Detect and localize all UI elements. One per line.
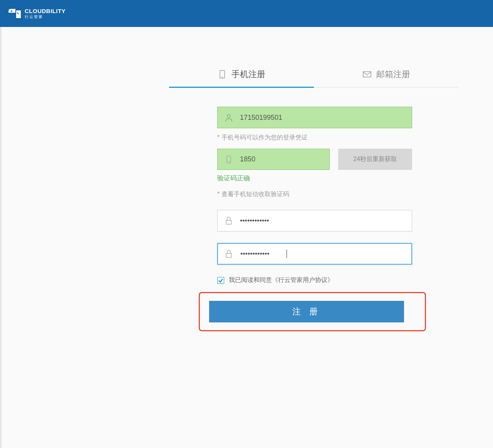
logo: CLOUDBILITY 行云管家 <box>8 8 65 19</box>
user-icon <box>224 113 233 122</box>
phone-input-wrapper <box>217 107 412 128</box>
code-hint: * 查看手机短信收取验证码 <box>217 190 412 198</box>
main-content: 手机注册 邮箱注册 * 手机号码可以作为您的登录凭证 <box>0 27 493 448</box>
tab-phone-register[interactable]: 手机注册 <box>169 62 314 87</box>
phone-input[interactable] <box>217 107 412 128</box>
agreement-prefix: 我已阅读和同意 <box>229 277 272 283</box>
agreement-text: 我已阅读和同意《行云管家用户协议》 <box>229 276 334 284</box>
agreement-link[interactable]: 《行云管家用户协议》 <box>272 277 334 283</box>
cloudbility-logo-icon <box>8 8 22 19</box>
phone-hint: * 手机号码可以作为您的登录凭证 <box>217 134 412 142</box>
verification-code-row: 24秒后重新获取 <box>217 149 412 170</box>
check-icon <box>218 278 223 283</box>
tab-phone-label: 手机注册 <box>231 69 265 80</box>
svg-point-0 <box>11 10 12 12</box>
password-confirm-input[interactable] <box>217 243 412 265</box>
password-input-wrapper <box>217 210 412 232</box>
tab-email-register[interactable]: 邮箱注册 <box>314 62 459 87</box>
password-input[interactable] <box>217 210 412 232</box>
text-cursor <box>287 250 287 258</box>
svg-rect-8 <box>226 253 231 257</box>
phone-icon <box>218 70 227 79</box>
svg-point-4 <box>227 114 230 117</box>
svg-rect-7 <box>226 220 231 224</box>
password-confirm-wrapper <box>217 243 412 265</box>
lock-icon <box>224 216 233 225</box>
svg-rect-3 <box>363 72 371 77</box>
resend-code-button[interactable]: 24秒后重新获取 <box>338 149 412 170</box>
agreement-row: 我已阅读和同意《行云管家用户协议》 <box>217 276 412 284</box>
phone-small-icon <box>224 155 233 164</box>
agreement-checkbox[interactable] <box>217 277 224 284</box>
submit-highlight-box: 注 册 <box>199 292 426 331</box>
verification-code-input[interactable] <box>217 149 330 170</box>
logo-subtitle: 行云管家 <box>25 15 65 19</box>
register-form: * 手机号码可以作为您的登录凭证 24秒后重新获取 验证码正确 * 查看手机短信… <box>217 107 412 331</box>
app-header: CLOUDBILITY 行云管家 <box>0 0 493 27</box>
lock-icon <box>224 249 233 258</box>
code-success-text: 验证码正确 <box>217 174 412 183</box>
logo-title: CLOUDBILITY <box>25 8 65 15</box>
register-button[interactable]: 注 册 <box>209 301 404 322</box>
code-input-wrapper <box>217 149 330 170</box>
register-tabs: 手机注册 邮箱注册 <box>169 62 459 87</box>
tab-email-label: 邮箱注册 <box>376 69 410 80</box>
email-icon <box>362 70 372 79</box>
